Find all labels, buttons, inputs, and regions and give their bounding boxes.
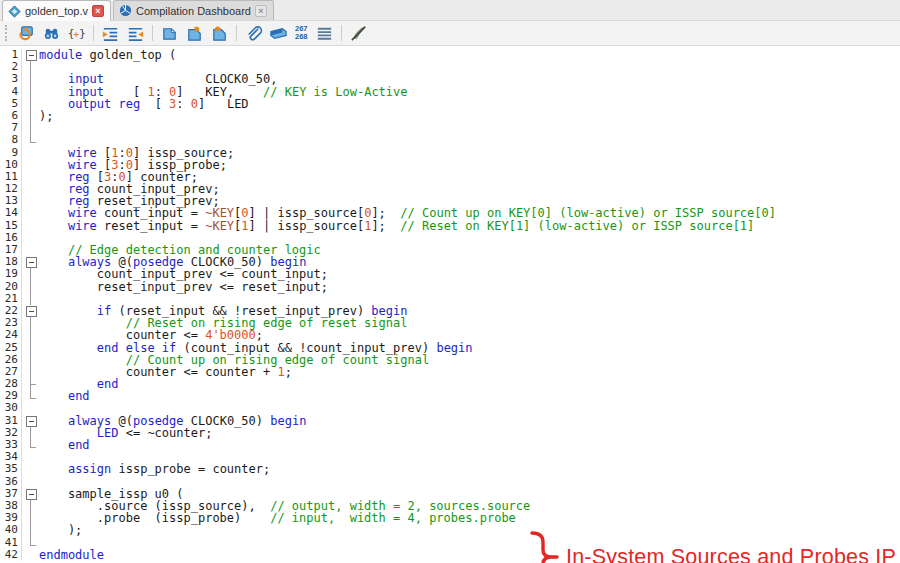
fold-marker	[22, 207, 39, 219]
editor-window: golden_top.v × Compilation Dashboard × {…	[0, 0, 900, 563]
line-number: 14	[0, 207, 22, 219]
editor-toolbar: {}+ 267 268	[0, 21, 900, 46]
indent-increase-button[interactable]	[124, 22, 147, 44]
fold-marker	[22, 147, 39, 159]
line-number: 41	[0, 537, 22, 549]
line-number: 19	[0, 268, 22, 280]
code-line[interactable]: 28 end	[0, 378, 900, 390]
line-number: 8	[0, 134, 22, 146]
find-icon	[42, 24, 61, 43]
attach-icon	[244, 24, 263, 43]
bookmark-up-button[interactable]	[208, 22, 231, 44]
code-line[interactable]: 33 end	[0, 439, 900, 451]
code-line[interactable]: 1module golden_top (	[0, 49, 900, 61]
code-line[interactable]: 29 end	[0, 390, 900, 402]
tab-compilation-dashboard[interactable]: Compilation Dashboard ×	[113, 0, 274, 20]
bookmark-page-icon	[160, 24, 179, 43]
code-line[interactable]: 5 output reg [ 3: 0] LED	[0, 98, 900, 110]
bookmark-next-button[interactable]	[183, 22, 206, 44]
line-number: 15	[0, 220, 22, 232]
indent-increase-icon	[126, 24, 145, 43]
fold-marker	[22, 293, 39, 305]
fold-marker	[22, 366, 39, 378]
fold-marker	[22, 73, 39, 85]
bookmark-next-icon	[185, 24, 204, 43]
code-line[interactable]: 15 wire reset_input = ~KEY[1] | issp_sou…	[0, 220, 900, 232]
fold-marker	[22, 86, 39, 98]
fold-marker	[22, 439, 39, 451]
dashboard-icon	[119, 4, 132, 17]
toolbar-separator	[152, 25, 153, 41]
fold-marker	[22, 122, 39, 134]
ribbon-button[interactable]	[267, 22, 290, 44]
fold-marker	[22, 463, 39, 475]
fold-marker	[22, 268, 39, 280]
fold-marker	[22, 195, 39, 207]
tab-golden-top-v[interactable]: golden_top.v ×	[2, 0, 111, 21]
reload-file-button[interactable]	[15, 22, 38, 44]
fold-marker	[22, 354, 39, 366]
line-number: 20	[0, 281, 22, 293]
fold-marker	[22, 171, 39, 183]
code-line[interactable]: 7	[0, 122, 900, 134]
toolbar-separator	[341, 25, 342, 41]
fold-marker	[22, 61, 39, 73]
bookmark-page-button[interactable]	[158, 22, 181, 44]
fold-toggle-icon[interactable]	[22, 488, 39, 500]
svg-text:}: }	[79, 27, 85, 39]
toolbar-separator	[93, 25, 94, 41]
line-number: 9	[0, 147, 22, 159]
code-text: module golden_top (	[39, 49, 176, 61]
code-line[interactable]: 6);	[0, 110, 900, 122]
fold-marker	[22, 159, 39, 171]
fold-marker	[22, 402, 39, 414]
code-line[interactable]: 35 assign issp_probe = counter;	[0, 463, 900, 475]
tab-bar: golden_top.v × Compilation Dashboard ×	[0, 0, 900, 21]
fold-marker	[22, 524, 39, 536]
attach-button[interactable]	[242, 22, 265, 44]
find-button[interactable]	[40, 22, 63, 44]
line-number: 36	[0, 476, 22, 488]
toolbar-separator	[236, 25, 237, 41]
code-text: wire reset_input = ~KEY[1] | issp_source…	[39, 220, 754, 232]
tab-close-button[interactable]: ×	[92, 5, 104, 17]
tab-label: golden_top.v	[25, 5, 88, 17]
fold-toggle-icon[interactable]	[22, 256, 39, 268]
fold-marker	[22, 342, 39, 354]
read-only-button[interactable]	[347, 22, 370, 44]
fold-marker	[22, 512, 39, 524]
code-line[interactable]: 32 LED <= ~counter;	[0, 427, 900, 439]
tab-close-button[interactable]: ×	[255, 5, 267, 17]
fold-marker	[22, 378, 39, 390]
toolbar-drag-handle[interactable]	[5, 25, 9, 41]
fold-marker	[22, 549, 39, 561]
fold-toggle-icon[interactable]	[22, 415, 39, 427]
code-text: reset_input_prev <= reset_input;	[39, 281, 328, 293]
code-editor[interactable]: 1module golden_top (23 input CLOCK0_50,4…	[0, 47, 900, 563]
line-counter-total: 268	[295, 33, 308, 41]
fold-marker	[22, 244, 39, 256]
code-text: );	[39, 110, 53, 122]
code-line[interactable]: 20 reset_input_prev <= reset_input;	[0, 281, 900, 293]
fold-marker	[22, 110, 39, 122]
code-line[interactable]: 39 .probe (issp_probe) // input, width =…	[0, 512, 900, 524]
line-list-button[interactable]	[313, 22, 336, 44]
indent-decrease-button[interactable]	[99, 22, 122, 44]
code-text: .probe (issp_probe) // input, width = 4,…	[39, 512, 516, 524]
insert-template-button[interactable]: {}+	[65, 22, 88, 44]
fold-toggle-icon[interactable]	[22, 49, 39, 61]
annotation-brace-icon	[528, 530, 560, 563]
fold-marker	[22, 98, 39, 110]
fold-marker	[22, 317, 39, 329]
code-line[interactable]: 27 counter <= counter + 1;	[0, 366, 900, 378]
indent-decrease-icon	[101, 24, 120, 43]
fold-toggle-icon[interactable]	[22, 305, 39, 317]
fold-marker	[22, 476, 39, 488]
fold-marker	[22, 390, 39, 402]
read-only-icon	[349, 24, 368, 43]
line-number: 3	[0, 73, 22, 85]
code-text: endmodule	[39, 549, 104, 561]
fold-marker	[22, 451, 39, 463]
fold-marker	[22, 500, 39, 512]
reload-file-icon	[17, 24, 36, 43]
